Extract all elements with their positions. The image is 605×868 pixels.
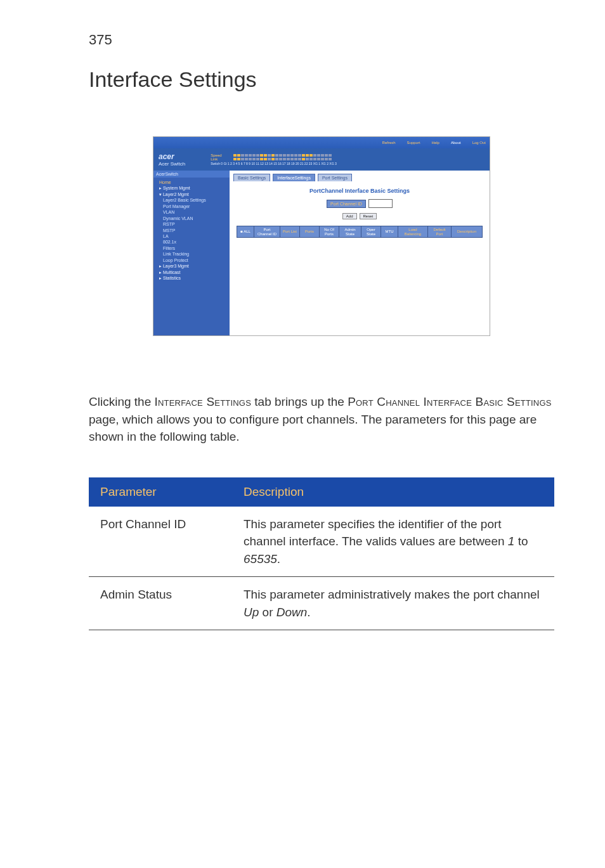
- figure-brandbar: acer Acer Switch Speed Link: [153, 148, 490, 171]
- sidebar-item[interactable]: ▾ Layer2 Mgmt: [159, 191, 226, 197]
- add-button[interactable]: Add: [342, 213, 357, 219]
- body-text-frag: Clicking the: [89, 395, 155, 408]
- page-number: 375: [89, 32, 554, 48]
- desc-ital: Up: [244, 606, 259, 619]
- body-text-frag: tab brings up the: [251, 395, 348, 408]
- sidebar: AcerSwitch Home▸ System Mgmt▾ Layer2 Mgm…: [153, 171, 230, 335]
- param-name-cell: Port Channel ID: [89, 507, 232, 577]
- figure-container: Refresh Support Help About Log Out acer …: [89, 136, 554, 336]
- grid-col-all[interactable]: ■ ALL: [237, 226, 254, 237]
- top-link-refresh[interactable]: Refresh: [382, 141, 396, 145]
- param-desc-cell: This parameter administratively makes th…: [232, 577, 554, 630]
- desc-frag: This parameter specifies the identifier …: [244, 517, 508, 548]
- sidebar-item[interactable]: ▸ Multicast: [159, 269, 226, 275]
- col-header-description: Description: [232, 477, 554, 507]
- tabs-bar: Basic Settings InterfaceSettings Port Se…: [230, 171, 490, 181]
- sidebar-item[interactable]: Port Manager: [163, 204, 226, 209]
- desc-ital: 1: [508, 534, 515, 548]
- desc-frag: .: [277, 552, 280, 566]
- screenshot-figure: Refresh Support Help About Log Out acer …: [153, 136, 490, 336]
- desc-frag: This parameter administratively makes th…: [244, 588, 540, 601]
- desc-frag: .: [307, 606, 310, 619]
- speed-leds: [233, 154, 332, 157]
- grid-col-loadbal: Load Balancing: [398, 226, 428, 237]
- parameters-table: Parameter Description Port Channel ID Th…: [89, 477, 554, 631]
- sidebar-item[interactable]: Dynamic VLAN: [163, 216, 226, 221]
- grid-col-pcid: Port Channel ID: [254, 226, 280, 237]
- top-link-support[interactable]: Support: [407, 141, 420, 145]
- sidebar-item[interactable]: MSTP: [163, 228, 226, 233]
- page-title: Interface Settings: [89, 67, 554, 92]
- panel-title: PortChannel Interface Basic Settings: [235, 188, 485, 194]
- figure-topbar: Refresh Support Help About Log Out: [153, 137, 490, 148]
- grid-col-desc: Description: [452, 226, 482, 237]
- sidebar-item[interactable]: LA: [163, 233, 226, 239]
- desc-ital: 65535: [244, 552, 277, 566]
- body-text-frag: page, which allows you to configure port…: [89, 413, 537, 444]
- brand-logo: acer: [159, 152, 185, 161]
- tab-interface-settings[interactable]: InterfaceSettings: [273, 174, 315, 181]
- top-link-logout[interactable]: Log Out: [472, 141, 486, 145]
- tab-basic-settings[interactable]: Basic Settings: [233, 174, 270, 181]
- brand-subtitle: Acer Switch: [159, 161, 185, 167]
- link-label: Link: [211, 157, 231, 161]
- param-name-cell: Admin Status: [89, 577, 232, 630]
- port-channel-id-label: Port Channel ID: [327, 200, 366, 208]
- param-desc-cell: This parameter specifies the identifier …: [232, 507, 554, 577]
- link-leds: [233, 158, 332, 160]
- sidebar-item[interactable]: Loop Protect: [163, 257, 226, 263]
- sidebar-item[interactable]: ▸ System Mgmt: [159, 185, 226, 191]
- sidebar-item[interactable]: RSTP: [163, 221, 226, 227]
- desc-ital: Down: [276, 606, 308, 619]
- sidebar-item[interactable]: Home: [159, 179, 226, 185]
- grid-col-mtu: MTU: [381, 226, 398, 237]
- port-channel-id-input[interactable]: [368, 199, 393, 208]
- sidebar-item[interactable]: ▸ Layer3 Mgmt: [159, 263, 226, 269]
- sidebar-item[interactable]: 802.1x: [163, 239, 226, 245]
- sidebar-item[interactable]: Link Tracking: [163, 251, 226, 257]
- top-link-about[interactable]: About: [451, 141, 461, 145]
- port-led-block: Speed Link Switch 0 Gi 1 2 3 4 5 6 7 8 9…: [211, 153, 485, 165]
- sidebar-item[interactable]: Layer2 Basic Settings: [163, 197, 226, 203]
- sidebar-item[interactable]: Filters: [163, 245, 226, 251]
- grid-col-operstate: Oper State: [361, 226, 381, 237]
- sidebar-item[interactable]: VLAN: [163, 209, 226, 215]
- table-row: Admin Status This parameter administrati…: [89, 577, 554, 630]
- body-paragraph: Clicking the Interface Settings tab brin…: [89, 393, 554, 446]
- desc-frag: or: [259, 606, 276, 619]
- sidebar-item[interactable]: ▸ Statistics: [159, 275, 226, 281]
- body-text-sc-port-channel: Port Channel Interface Basic Settings: [348, 395, 552, 408]
- grid-col-noports: No Of Ports: [320, 226, 339, 237]
- grid-header-row: ■ ALL Port Channel ID Port List Ports No…: [237, 226, 483, 238]
- top-link-help[interactable]: Help: [432, 141, 439, 145]
- grid-col-adminstate: Admin State: [339, 226, 361, 237]
- grid-col-defport: Default Port: [428, 226, 452, 237]
- body-text-sc-interface-settings: Interface Settings: [155, 395, 252, 408]
- desc-frag: to: [514, 534, 528, 548]
- tab-port-settings[interactable]: Port Settings: [318, 174, 352, 181]
- sidebar-title: AcerSwitch: [153, 171, 230, 178]
- grid-col-portlist: Port List: [280, 226, 300, 237]
- table-row: Port Channel ID This parameter specifies…: [89, 507, 554, 577]
- col-header-parameter: Parameter: [89, 477, 232, 507]
- reset-button[interactable]: Reset: [360, 213, 377, 219]
- grid-col-ports: Ports: [300, 226, 320, 237]
- switch-port-numbers: Switch 0 Gi 1 2 3 4 5 6 7 8 9 10 11 12 1…: [211, 162, 485, 165]
